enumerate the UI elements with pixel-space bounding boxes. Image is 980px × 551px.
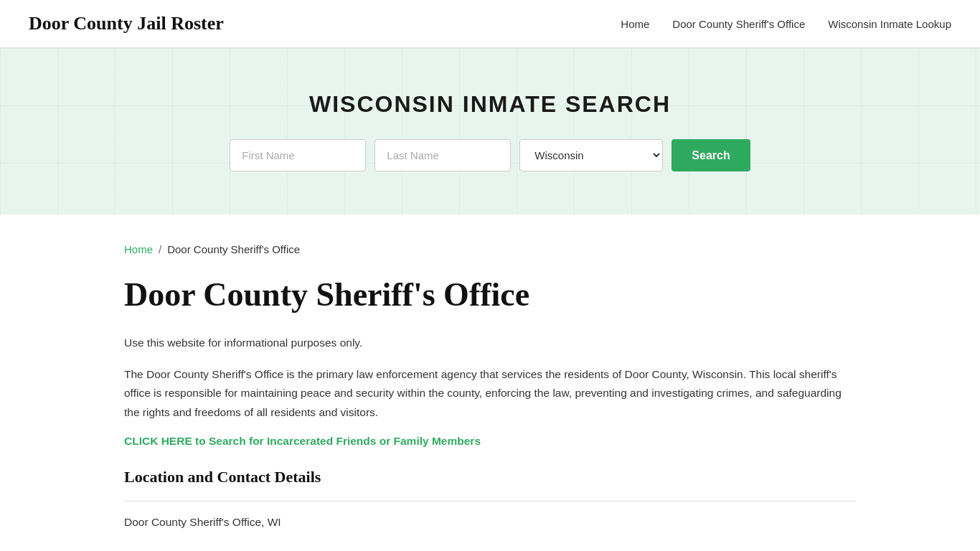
- state-select[interactable]: Wisconsin: [519, 139, 663, 171]
- page-title: Door County Sheriff's Office: [124, 277, 856, 314]
- hero-title: WISCONSIN INMATE SEARCH: [14, 91, 966, 118]
- main-nav: Home Door County Sheriff's Office Wiscon…: [621, 18, 951, 30]
- first-name-input[interactable]: [230, 139, 366, 171]
- nav-sheriffs-office[interactable]: Door County Sheriff's Office: [672, 18, 805, 30]
- description-text: The Door County Sheriff's Office is the …: [124, 365, 856, 422]
- location-section-title: Location and Contact Details: [124, 468, 856, 486]
- site-title: Door County Jail Roster: [29, 13, 224, 34]
- search-button[interactable]: Search: [672, 139, 750, 171]
- nav-home[interactable]: Home: [621, 18, 649, 30]
- breadcrumb-current: Door County Sheriff's Office: [167, 243, 300, 255]
- breadcrumb: Home / Door County Sheriff's Office: [124, 243, 856, 255]
- site-header: Door County Jail Roster Home Door County…: [0, 0, 980, 48]
- hero-section: WISCONSIN INMATE SEARCH Wisconsin Search: [0, 48, 980, 215]
- disclaimer-text: Use this website for informational purpo…: [124, 334, 856, 352]
- search-form: Wisconsin Search: [14, 139, 966, 171]
- contact-address: Door County Sheriff's Office, WI: [124, 516, 856, 529]
- main-content: Home / Door County Sheriff's Office Door…: [95, 215, 885, 551]
- breadcrumb-separator: /: [159, 243, 161, 255]
- breadcrumb-home[interactable]: Home: [124, 243, 153, 255]
- last-name-input[interactable]: [374, 139, 511, 171]
- nav-inmate-lookup[interactable]: Wisconsin Inmate Lookup: [828, 18, 951, 30]
- divider: [124, 501, 856, 501]
- cta-search-link[interactable]: CLICK HERE to Search for Incarcerated Fr…: [124, 435, 856, 448]
